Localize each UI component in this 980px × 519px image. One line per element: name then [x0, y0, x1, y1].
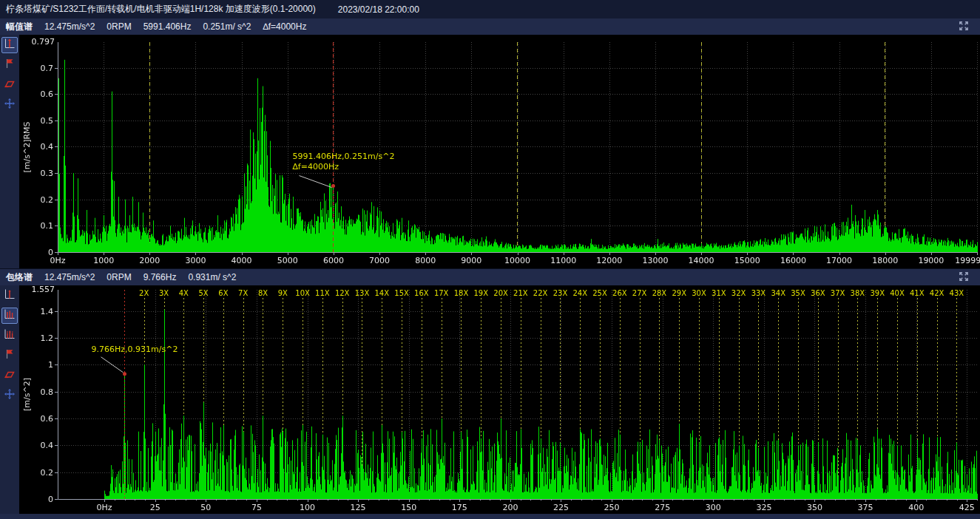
amplitude-spectrum-canvas[interactable] — [19, 35, 980, 268]
band-marker-tool-button[interactable] — [1, 367, 18, 384]
amplitude-rpm: 0RPM — [107, 21, 131, 32]
flag-icon — [4, 58, 16, 72]
envelope-spectrum-title: 包络谱 — [6, 271, 33, 284]
expand-icon — [958, 23, 970, 34]
harmonic-cursor-tool-button[interactable] — [1, 308, 18, 324]
measurement-datetime: 2023/02/18 22:00:00 — [338, 4, 419, 15]
bottom-status-strip — [0, 514, 980, 519]
harmonic-cursor-icon — [4, 308, 16, 323]
amplitude-spectrum-title: 幅值谱 — [6, 21, 33, 33]
measurement-path-title: 柠条塔煤矿/S1232工作面/转载机/电机非驱动端1H/128k 加速度波形(0… — [6, 3, 316, 16]
envelope-spectrum-header: 包络谱 12.475m/s^2 0RPM 9.766Hz 0.931m/ s^2 — [0, 269, 980, 285]
expand-amplitude-button[interactable] — [953, 19, 974, 34]
sideband-cursor-icon — [4, 328, 16, 343]
amplitude-cursor-frequency: 5991.406Hz — [143, 21, 192, 32]
single-cursor-tool-button[interactable] — [1, 37, 18, 53]
amplitude-delta-f: ∆f=4000Hz — [263, 21, 306, 32]
band-marker-icon — [4, 78, 16, 92]
envelope-spectrum-canvas[interactable] — [19, 285, 980, 514]
pan-tool-button[interactable] — [1, 387, 18, 404]
sideband-cursor-tool-button[interactable] — [1, 328, 18, 344]
flag-icon — [4, 348, 16, 363]
amplitude-overall-rms: 12.475m/s^2 — [44, 21, 95, 32]
pan-tool-button[interactable] — [1, 97, 18, 113]
envelope-cursor-frequency: 9.766Hz — [143, 272, 177, 282]
flag-marker-tool-button[interactable] — [1, 347, 18, 364]
amplitude-toolbar — [0, 35, 19, 268]
expand-icon — [958, 274, 970, 285]
single-cursor-tool-button[interactable] — [1, 288, 18, 304]
single-cursor-chart-icon — [4, 288, 16, 303]
envelope-rpm: 0RPM — [107, 272, 131, 282]
expand-envelope-button[interactable] — [953, 270, 974, 285]
envelope-cursor-value: 0.931m/ s^2 — [188, 272, 236, 282]
band-marker-tool-button[interactable] — [1, 77, 18, 93]
amplitude-spectrum-section — [0, 35, 980, 268]
amplitude-spectrum-header: 幅值谱 12.475m/s^2 0RPM 5991.406Hz 0.251m/ … — [0, 18, 980, 35]
flag-marker-tool-button[interactable] — [1, 57, 18, 73]
title-bar: 柠条塔煤矿/S1232工作面/转载机/电机非驱动端1H/128k 加速度波形(0… — [0, 0, 980, 18]
single-cursor-icon — [4, 38, 16, 52]
envelope-spectrum-section — [0, 285, 980, 514]
pan-move-icon — [4, 98, 16, 112]
amplitude-cursor-value: 0.251m/ s^2 — [203, 21, 251, 32]
envelope-overall-rms: 12.475m/s^2 — [44, 272, 95, 282]
spectrum-analyzer-window: 柠条塔煤矿/S1232工作面/转载机/电机非驱动端1H/128k 加速度波形(0… — [0, 0, 980, 519]
envelope-toolbar — [0, 285, 19, 514]
band-marker-icon — [4, 368, 16, 383]
pan-move-icon — [4, 388, 16, 403]
